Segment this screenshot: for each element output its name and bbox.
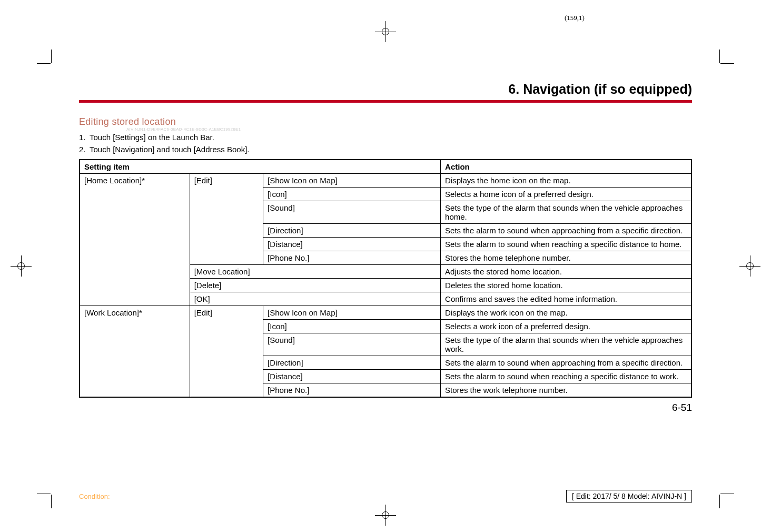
header-setting-item: Setting item xyxy=(80,160,441,174)
cell-setting-group: [Home Location]* xyxy=(80,174,190,306)
list-item: 1.Touch [Settings] on the Launch Bar. xyxy=(79,133,692,142)
header-action: Action xyxy=(441,160,691,174)
cell-option: [Icon] xyxy=(263,320,441,333)
crop-mark-icon xyxy=(720,494,734,494)
page-content: 6. Navigation (if so equipped) Editing s… xyxy=(79,82,692,413)
cell-option: [Distance] xyxy=(263,370,441,383)
cell-action: Sets the type of the alarm that sounds w… xyxy=(441,333,691,356)
cell-action: Confirms and saves the edited home infor… xyxy=(441,292,691,306)
registration-mark-icon xyxy=(375,21,396,42)
crop-mark-icon xyxy=(37,63,51,64)
cell-action: Displays the home icon on the map. xyxy=(441,174,691,188)
cell-option: [Direction] xyxy=(263,356,441,370)
cell-action: Stores the work telephone number. xyxy=(441,383,691,398)
footer-condition: Condition: xyxy=(79,492,110,500)
cell-action: Displays the work icon on the map. xyxy=(441,306,691,320)
registration-mark-icon xyxy=(11,255,32,277)
cell-action: Sets the alarm to sound when reaching a … xyxy=(441,238,691,251)
step-number: 2. xyxy=(79,145,90,154)
crop-mark-icon xyxy=(720,63,734,64)
cell-action: Selects a home icon of a preferred desig… xyxy=(441,188,691,201)
crop-mark-icon xyxy=(51,495,52,508)
cell-action: Sets the alarm to sound when approaching… xyxy=(441,356,691,370)
cell-action: Sets the alarm to sound when approaching… xyxy=(441,224,691,238)
table-row: [Work Location]*[Edit][Show Icon on Map]… xyxy=(80,306,691,320)
cell-subsetting: [OK] xyxy=(190,292,440,306)
cell-subsetting: [Move Location] xyxy=(190,265,440,279)
table-header-row: Setting item Action xyxy=(80,160,691,174)
cell-subsetting: [Edit] xyxy=(190,306,263,398)
cell-action: Stores the home telephone number. xyxy=(441,251,691,265)
crop-mark-icon xyxy=(37,494,51,494)
step-text: Touch [Settings] on the Launch Bar. xyxy=(90,133,214,142)
step-text: Touch [Navigation] and touch [Address Bo… xyxy=(90,145,250,154)
cell-option: [Phone No.] xyxy=(263,251,441,265)
cell-setting-group: [Work Location]* xyxy=(80,306,190,398)
page-number: 6-51 xyxy=(79,402,692,413)
table-row: [Home Location]*[Edit][Show Icon on Map]… xyxy=(80,174,691,188)
chapter-title: 6. Navigation (if so equipped) xyxy=(79,82,692,97)
cell-option: [Sound] xyxy=(263,333,441,356)
footer-edit-info: [ Edit: 2017/ 5/ 8 Model: AIVINJ-N ] xyxy=(566,490,692,503)
cell-action: Selects a work icon of a preferred desig… xyxy=(441,320,691,333)
cell-option: [Phone No.] xyxy=(263,383,441,398)
cell-option: [Distance] xyxy=(263,238,441,251)
cell-option: [Show Icon on Map] xyxy=(263,174,441,188)
crop-mark-icon xyxy=(719,50,720,63)
cell-action: Sets the alarm to sound when reaching a … xyxy=(441,370,691,383)
cell-option: [Sound] xyxy=(263,201,441,224)
step-number: 1. xyxy=(79,133,90,142)
title-rule xyxy=(79,100,692,103)
cell-subsetting: [Delete] xyxy=(190,279,440,292)
registration-mark-icon xyxy=(739,255,760,277)
crop-mark-icon xyxy=(51,50,52,63)
settings-table: Setting item Action [Home Location]*[Edi… xyxy=(79,159,692,398)
section-heading: Editing stored location xyxy=(79,116,692,127)
cell-option: [Show Icon on Map] xyxy=(263,306,441,320)
cell-action: Deletes the stored home location. xyxy=(441,279,691,292)
cell-option: [Direction] xyxy=(263,224,441,238)
cell-subsetting: [Edit] xyxy=(190,174,263,265)
cell-option: [Icon] xyxy=(263,188,441,201)
list-item: 2.Touch [Navigation] and touch [Address … xyxy=(79,145,692,154)
cell-action: Adjusts the stored home location. xyxy=(441,265,691,279)
registration-mark-icon xyxy=(375,505,396,526)
cell-action: Sets the type of the alarm that sounds w… xyxy=(441,201,691,224)
crop-mark-icon xyxy=(719,495,720,508)
steps-list: 1.Touch [Settings] on the Launch Bar. 2.… xyxy=(79,133,692,154)
page-coordinate: (159,1) xyxy=(565,14,585,22)
document-hash: AIVINJN1-D9E4FAC6-0EAD-4C1E-9D3C-A1EBC19… xyxy=(79,127,692,132)
